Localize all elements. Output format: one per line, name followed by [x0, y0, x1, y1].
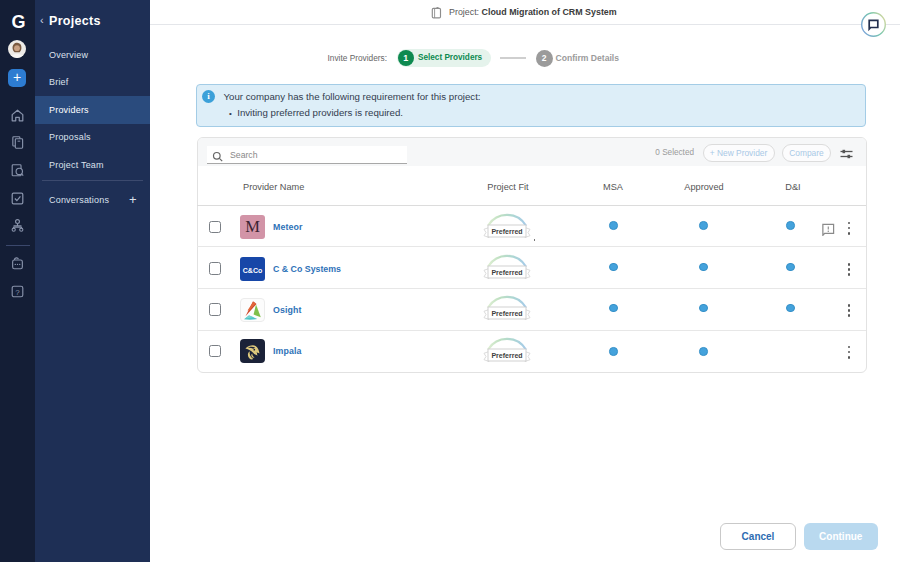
svg-text:Preferred: Preferred [491, 310, 522, 317]
svg-text:Preferred: Preferred [491, 269, 522, 276]
svg-text:Preferred: Preferred [491, 351, 522, 358]
svg-text:Preferred: Preferred [491, 227, 522, 234]
svg-text:?: ? [15, 287, 20, 296]
